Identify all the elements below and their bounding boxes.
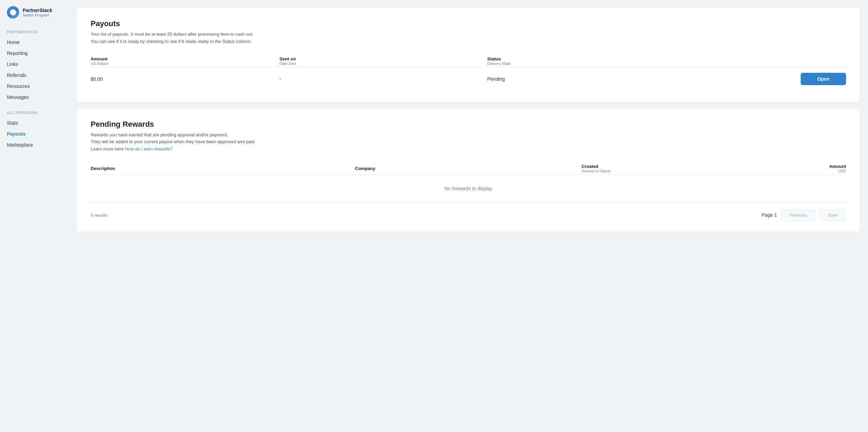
payouts-col-amount: Amount US Dollars xyxy=(91,54,279,67)
switch-program-link[interactable]: Switch Program xyxy=(23,13,52,17)
sidebar-item-referrals[interactable]: Referrals xyxy=(0,70,69,81)
sidebar-item-messages[interactable]: Messages xyxy=(0,92,69,103)
payouts-table-row: $0.00 - Pending Open xyxy=(91,67,846,91)
sidebar: PartnerStack Switch Program PARTNERSTACK… xyxy=(0,0,69,432)
rewards-col-description: Description xyxy=(91,161,355,175)
rewards-empty-row: No Rewards to display xyxy=(91,174,846,202)
payouts-title: Payouts xyxy=(91,19,846,28)
page-label: Page 1 xyxy=(762,212,777,218)
app-name: PartnerStack xyxy=(23,8,52,13)
nav-section-all-programs: ALL PROGRAMS Stats Payouts Marketplace xyxy=(0,105,69,153)
main-content: Payouts Your list of payouts. It must be… xyxy=(69,0,868,432)
payouts-col-status: Status Delivery State xyxy=(487,54,695,67)
rewards-col-created: Created Newest to Oldest xyxy=(582,161,733,175)
payouts-card: Payouts Your list of payouts. It must be… xyxy=(77,8,860,102)
rewards-col-company: Company xyxy=(355,161,582,175)
payouts-table-header: Amount US Dollars Sent on Date Sent Stat… xyxy=(91,54,846,67)
previous-button[interactable]: Previous xyxy=(781,209,816,221)
payouts-table: Amount US Dollars Sent on Date Sent Stat… xyxy=(91,54,846,91)
logo-area: PartnerStack Switch Program xyxy=(0,0,69,25)
payout-sent-on: - xyxy=(279,67,487,91)
pending-rewards-description: Rewards you have earned that are pending… xyxy=(91,132,846,153)
pending-rewards-table: Description Company Created Newest to Ol… xyxy=(91,161,846,203)
payout-amount: $0.00 xyxy=(91,67,279,91)
pending-rewards-table-header: Description Company Created Newest to Ol… xyxy=(91,161,846,175)
payout-status: Pending xyxy=(487,67,695,91)
open-button[interactable]: Open xyxy=(801,73,846,85)
rewards-col-amount: Amount USD xyxy=(733,161,846,175)
partnerstack-logo-icon xyxy=(7,6,19,19)
nav-section-partnerstack: PARTNERSTACK Home Reporting Links Referr… xyxy=(0,25,69,105)
sidebar-item-links[interactable]: Links xyxy=(0,59,69,70)
pagination-row: 0 results Page 1 Previous Next xyxy=(91,203,846,221)
payouts-col-senton: Sent on Date Sent xyxy=(279,54,487,67)
partnerstack-section-label: PARTNERSTACK xyxy=(0,30,69,37)
next-button[interactable]: Next xyxy=(820,209,846,221)
sidebar-item-home[interactable]: Home xyxy=(0,37,69,48)
sidebar-item-payouts[interactable]: Payouts xyxy=(0,128,69,139)
logo-text-area: PartnerStack Switch Program xyxy=(23,8,52,17)
learn-more-link[interactable]: How do I earn rewards? xyxy=(125,146,172,151)
pending-rewards-title: Pending Rewards xyxy=(91,120,846,129)
all-programs-section-label: ALL PROGRAMS xyxy=(0,111,69,117)
payout-action-cell: Open xyxy=(695,67,846,91)
sidebar-item-reporting[interactable]: Reporting xyxy=(0,48,69,59)
results-count: 0 results xyxy=(91,213,757,218)
sidebar-item-marketplace[interactable]: Marketplace xyxy=(0,139,69,150)
sidebar-item-resources[interactable]: Resources xyxy=(0,81,69,92)
pending-rewards-card: Pending Rewards Rewards you have earned … xyxy=(77,109,860,232)
sidebar-item-stats[interactable]: Stats xyxy=(0,117,69,128)
rewards-empty-message: No Rewards to display xyxy=(91,174,846,202)
payouts-col-action xyxy=(695,54,846,67)
payouts-description: Your list of payouts. It must be at leas… xyxy=(91,31,846,45)
